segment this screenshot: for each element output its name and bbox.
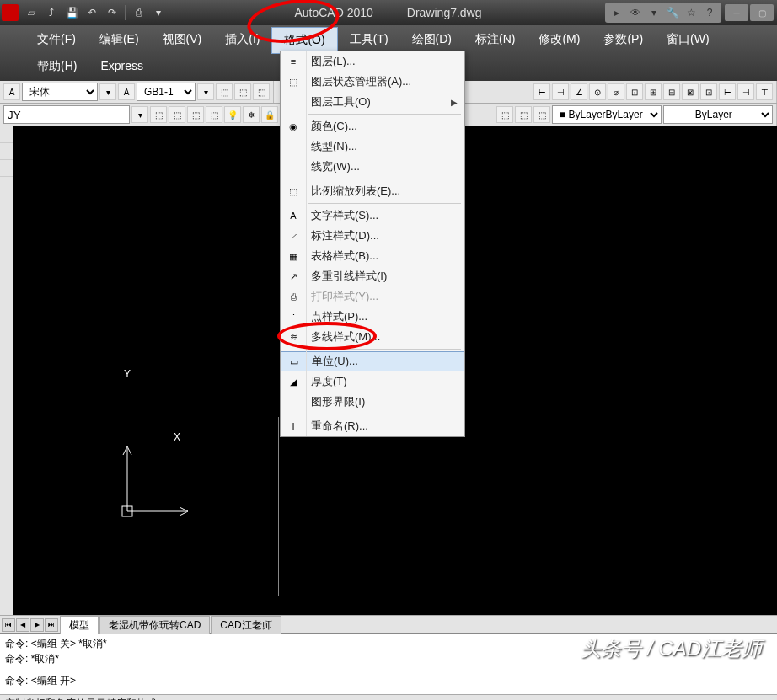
dim5-icon[interactable]: ⌀: [608, 83, 624, 100]
tab-prev-icon[interactable]: ◀: [16, 618, 29, 632]
menu-insert[interactable]: 插入(I): [213, 27, 271, 54]
arrow-icon[interactable]: ▸: [608, 4, 625, 21]
maximize-button[interactable]: ▢: [750, 4, 774, 21]
save-icon[interactable]: 💾: [62, 3, 81, 22]
tb2-icon[interactable]: ⬚: [216, 83, 233, 100]
dim3-icon[interactable]: ∠: [571, 83, 587, 100]
dim11-icon[interactable]: ⊢: [719, 83, 736, 100]
menu-window[interactable]: 窗口(W): [655, 27, 721, 54]
menu-item-b[interactable]: ▦表格样式(B)...: [281, 246, 464, 266]
dim1-icon[interactable]: ⊢: [533, 83, 550, 100]
print-icon[interactable]: ⎙: [129, 3, 147, 22]
linetype-select[interactable]: ─── ByLayer: [663, 105, 773, 124]
tab-model[interactable]: 模型: [60, 616, 99, 634]
help-icon[interactable]: ?: [701, 4, 718, 21]
dim7-icon[interactable]: ⊞: [645, 83, 662, 100]
l5-icon[interactable]: 💡: [224, 106, 241, 123]
l4-icon[interactable]: ⬚: [206, 106, 222, 123]
menu-file[interactable]: 文件(F): [25, 27, 88, 54]
app-logo-icon[interactable]: [2, 4, 19, 21]
dim9-icon[interactable]: ⊠: [682, 83, 699, 100]
menu-item-o[interactable]: 图层工具(O)▶: [281, 92, 464, 112]
gb-select[interactable]: GB1-1: [137, 83, 196, 101]
dim12-icon[interactable]: ⊣: [737, 83, 754, 100]
vt1[interactable]: [0, 126, 13, 143]
l2-icon[interactable]: ⬚: [169, 106, 185, 123]
menu-item-t[interactable]: ◢厚度(T): [281, 371, 464, 392]
menu-item-n[interactable]: 线型(N)...: [281, 136, 464, 157]
dim13-icon[interactable]: ⊤: [756, 83, 773, 100]
menu-parametric[interactable]: 参数(P): [592, 27, 655, 54]
menu-item-i[interactable]: ↗多重引线样式(I): [281, 266, 464, 286]
menu-view[interactable]: 视图(V): [151, 27, 214, 54]
tool-a-icon[interactable]: ▾: [99, 83, 116, 100]
key2-icon[interactable]: 🔧: [664, 4, 681, 21]
p3-icon[interactable]: ⬚: [533, 106, 550, 123]
tab-next-icon[interactable]: ▶: [30, 618, 44, 632]
menu-item-d[interactable]: ⟋标注样式(D)...: [281, 226, 464, 246]
star-icon[interactable]: ☆: [683, 4, 699, 21]
open-icon[interactable]: ⤴: [42, 3, 61, 22]
color-select[interactable]: ■ ByLayerByLayer: [552, 105, 662, 124]
p1-icon[interactable]: ⬚: [496, 106, 513, 123]
l3-icon[interactable]: ⬚: [187, 106, 204, 123]
tab-layout-2[interactable]: CAD江老师: [211, 616, 281, 634]
dim-style-icon: ⟋: [284, 228, 303, 243]
tb1-icon[interactable]: ▾: [197, 83, 214, 100]
menu-modify[interactable]: 修改(M): [527, 27, 592, 54]
menu-dimension[interactable]: 标注(N): [464, 27, 527, 54]
ucs-y-label: Y: [124, 368, 131, 380]
menu-item-m[interactable]: ≋多线样式(M)...: [281, 327, 464, 347]
menu-item-w[interactable]: 线宽(W)...: [281, 157, 464, 177]
undo-icon[interactable]: ↶: [83, 3, 101, 22]
text-color-icon[interactable]: A: [118, 83, 135, 100]
menu-item-e[interactable]: ⬚比例缩放列表(E)...: [281, 181, 464, 201]
dim4-icon[interactable]: ⊙: [589, 83, 606, 100]
font-select[interactable]: 宋体: [22, 83, 98, 101]
tab-last-icon[interactable]: ⏭: [45, 618, 58, 632]
dim10-icon[interactable]: ⊡: [700, 83, 717, 100]
menu-item-r[interactable]: I重命名(R)...: [281, 416, 464, 436]
menu-item-y[interactable]: ⎙打印样式(Y)...: [281, 286, 464, 307]
menu-express[interactable]: Express: [88, 54, 155, 79]
minimize-button[interactable]: ─: [725, 4, 748, 21]
menu-edit[interactable]: 编辑(E): [88, 27, 151, 54]
l6-icon[interactable]: ❄: [243, 106, 260, 123]
menu-item-p[interactable]: ∴点样式(P)...: [281, 307, 464, 327]
binoculars-icon[interactable]: 👁: [627, 4, 644, 21]
blank-icon: [284, 94, 303, 110]
dropdown-icon[interactable]: ▾: [149, 3, 168, 22]
ucs-icon: Y X: [115, 440, 199, 526]
menu-item-label: 图形界限(I): [311, 394, 458, 409]
dim8-icon[interactable]: ⊟: [663, 83, 680, 100]
text-tool-icon[interactable]: A: [3, 83, 20, 100]
l1-icon[interactable]: ⬚: [150, 106, 167, 123]
menu-item-l[interactable]: ≡图层(L)...: [281, 51, 464, 72]
tab-first-icon[interactable]: ⏮: [2, 618, 15, 632]
layer-input[interactable]: [3, 105, 130, 124]
tb4-icon[interactable]: ⬚: [253, 83, 270, 100]
layer-drop-icon[interactable]: ▾: [131, 106, 148, 123]
vt2[interactable]: [0, 143, 13, 160]
vt3[interactable]: [0, 160, 13, 177]
dim2-icon[interactable]: ⊣: [552, 83, 569, 100]
menu-item-label: 厚度(T): [311, 374, 458, 389]
new-icon[interactable]: ▱: [22, 3, 40, 22]
key-icon[interactable]: ▾: [646, 4, 662, 21]
command-area[interactable]: 命令: <编组 关> *取消* 命令: *取消* 命令: <编组 开>: [0, 633, 777, 694]
dim6-icon[interactable]: ⊡: [626, 83, 643, 100]
redo-icon[interactable]: ↷: [103, 3, 121, 22]
menu-help[interactable]: 帮助(H): [25, 54, 88, 79]
menu-item-c[interactable]: ◉颜色(C)...: [281, 116, 464, 136]
menu-item-label: 线型(N)...: [311, 139, 458, 154]
l7-icon[interactable]: 🔒: [261, 106, 278, 123]
menu-item-a[interactable]: ⬚图层状态管理器(A)...: [281, 72, 464, 92]
menu-item-u[interactable]: ▭单位(U)...: [281, 351, 464, 371]
tb3-icon[interactable]: ⬚: [234, 83, 251, 100]
p2-icon[interactable]: ⬚: [515, 106, 532, 123]
menu-item-s[interactable]: A文字样式(S)...: [281, 206, 464, 226]
menu-item-label: 图层状态管理器(A)...: [311, 74, 458, 89]
tab-layout-1[interactable]: 老湿机带你玩转CAD: [99, 616, 210, 634]
menu-item-label: 文字样式(S)...: [311, 208, 458, 223]
menu-item-i[interactable]: 图形界限(I): [281, 392, 464, 412]
